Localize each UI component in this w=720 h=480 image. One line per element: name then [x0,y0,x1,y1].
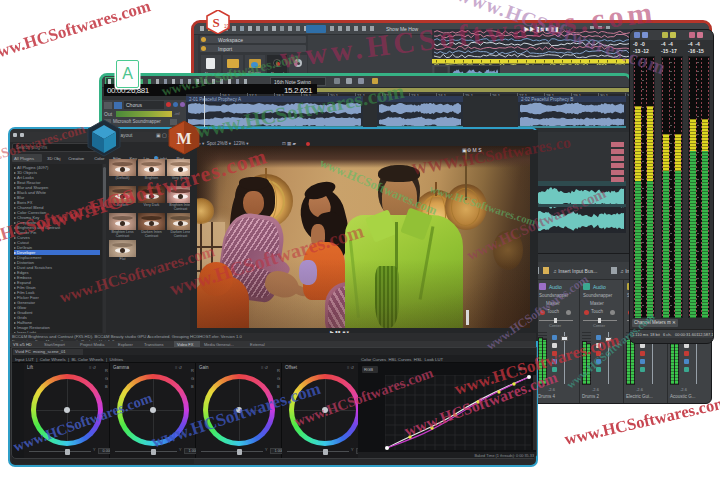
svg-text:M: M [176,130,191,147]
svg-text:2-02 Peaceful Prophecy B: 2-02 Peaceful Prophecy B [521,97,573,102]
svg-text:S: S [212,15,219,30]
svg-text:2-01 Peaceful Prophecy A: 2-01 Peaceful Prophecy A [189,97,241,102]
svg-text:19: 19 [224,24,230,29]
